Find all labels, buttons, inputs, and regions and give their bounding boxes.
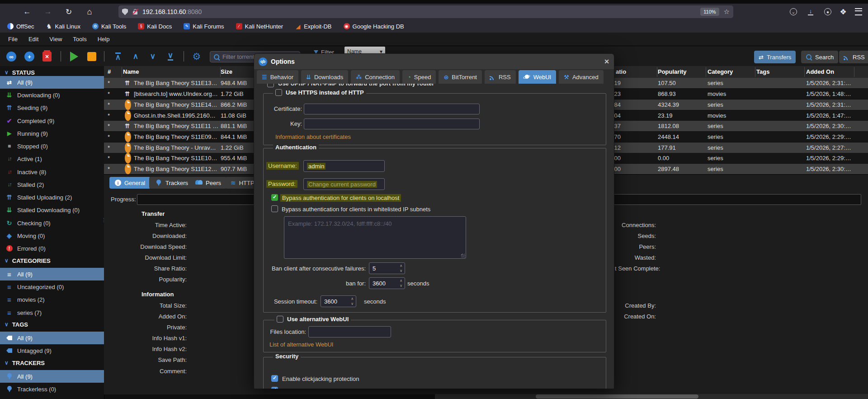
sidebar-item-categories-all[interactable]: ≡All (9)	[0, 268, 104, 280]
sidebar-item-active[interactable]: ↓↑Active (1)	[0, 152, 104, 165]
menu-view[interactable]: View	[45, 34, 66, 44]
bookmark-kali-nethunter[interactable]: ∕Kali NetHunter	[236, 23, 283, 30]
add-torrent-link-button[interactable]: ∞	[5, 51, 17, 62]
spinner-arrows-icon[interactable]: ∧∨	[400, 263, 402, 273]
sidebar-item-tags-all[interactable]: All (9)	[0, 332, 104, 344]
bookmark-kali-docs[interactable]: §Kali Docs	[138, 23, 172, 30]
tags-section-header[interactable]: ∨TAGS	[0, 319, 104, 330]
start-button[interactable]	[68, 51, 80, 62]
move-up-button[interactable]: ∧	[130, 51, 142, 62]
spinner-arrows-icon[interactable]: ∧∨	[351, 296, 354, 306]
sidebar-item-stalled[interactable]: ↓↑Stalled (2)	[0, 178, 104, 191]
menu-edit[interactable]: Edit	[24, 34, 43, 44]
stop-button[interactable]	[86, 51, 98, 62]
move-top-button[interactable]: ∧	[112, 51, 124, 62]
delete-torrent-button[interactable]: ✕	[41, 51, 53, 62]
bookmark-kali-forums[interactable]: ✎Kali Forums	[184, 23, 224, 30]
trackers-section-header[interactable]: ∨TRACKERS	[0, 357, 104, 368]
tab-connection[interactable]: ⁂Connection	[351, 70, 400, 84]
sidebar-item-stalled-uploading[interactable]: ⇈Stalled Uploading (2)	[0, 191, 104, 204]
downloads-icon[interactable]: ↓	[804, 5, 817, 19]
url-bar[interactable]: 192.168.110.60:8080 110% ☆	[118, 5, 733, 18]
sidebar-item-trackerless[interactable]: Trackerless (0)	[0, 383, 104, 395]
files-location-input[interactable]	[308, 326, 391, 337]
partial-checkbox[interactable]	[271, 387, 278, 389]
ban-count-spinner[interactable]: 5∧∨	[369, 262, 405, 274]
sidebar-item-downloading[interactable]: ⇊Downloading (0)	[0, 89, 104, 101]
alt-webui-checkbox[interactable]	[277, 316, 283, 323]
bookmark-google-hacking-db[interactable]: ◉Google Hacking DB	[344, 23, 404, 30]
subnet-whitelist-textarea[interactable]: Example: 172.17.32.0/24, fdff:ffff:c8::/…	[284, 216, 466, 259]
tab-advanced[interactable]: ⚒Advanced	[559, 70, 603, 84]
sidebar-item-seeding[interactable]: ⇈Seeding (9)	[0, 101, 104, 114]
tab-webui[interactable]: WebUI	[519, 70, 557, 84]
bookmark-kali-tools[interactable]: ⚙Kali Tools	[92, 23, 126, 30]
view-rss-button[interactable]: RSS	[839, 51, 868, 63]
tab-behavior[interactable]: ☰Behavior	[257, 70, 298, 84]
tab-downloads[interactable]: ⇊Downloads	[301, 70, 348, 84]
tab-trackers[interactable]: Trackers	[149, 177, 193, 189]
tab-peers[interactable]: Peers	[190, 177, 226, 189]
menu-hamburger-icon[interactable]	[852, 5, 865, 19]
session-timeout-spinner[interactable]: 3600∧∨	[321, 295, 356, 307]
sidebar-item-errored[interactable]: !Errored (0)	[0, 242, 104, 255]
sidebar-item-uncategorized[interactable]: ≡Uncategorized (0)	[0, 280, 104, 293]
col-num[interactable]: #	[108, 66, 111, 78]
certificates-info-link[interactable]: Information about certificates	[275, 133, 351, 140]
username-input[interactable]: admin	[303, 160, 385, 172]
sidebar-item-completed[interactable]: ✔Completed (9)	[0, 114, 104, 127]
sidebar-item-trackers-all[interactable]: All (9)	[0, 370, 104, 383]
key-input[interactable]	[304, 119, 480, 129]
col-name[interactable]: Name	[123, 66, 139, 78]
ban-duration-spinner[interactable]: 3600∧∨	[369, 277, 405, 289]
sidebar-item-stalled-downloading[interactable]: ⇊Stalled Downloading (0)	[0, 204, 104, 216]
tab-bittorrent[interactable]: ⊛BitTorrent	[439, 70, 482, 84]
upnp-checkbox[interactable]	[267, 84, 274, 87]
col-ratio[interactable]: atio	[616, 66, 626, 78]
spinner-arrows-icon[interactable]: ∧∨	[400, 278, 402, 288]
sidebar-item-untagged[interactable]: Untagged (9)	[0, 344, 104, 357]
add-torrent-file-button[interactable]: +	[24, 51, 35, 62]
bookmark-offsec[interactable]: OffSec	[7, 23, 34, 30]
reload-button[interactable]: ↻	[62, 5, 75, 19]
account-icon[interactable]: ●	[821, 5, 835, 19]
categories-section-header[interactable]: ∨CATEGORIES	[0, 255, 104, 266]
alt-webui-list-link[interactable]: List of alternative WebUI	[269, 341, 333, 348]
close-icon[interactable]: ✕	[604, 58, 609, 65]
password-input[interactable]: Change current password	[303, 178, 385, 190]
pocket-icon[interactable]: ⌄	[787, 5, 800, 19]
sidebar-item-category-series[interactable]: ≡series (7)	[0, 306, 104, 319]
bookmark-exploit-db[interactable]: ◢Exploit-DB	[295, 23, 331, 30]
bypass-localhost-checkbox[interactable]	[271, 194, 278, 201]
col-popularity[interactable]: Popularity	[658, 66, 687, 78]
shield-icon[interactable]	[122, 9, 128, 15]
menu-file[interactable]: File	[4, 34, 22, 44]
bypass-subnet-checkbox[interactable]	[271, 205, 278, 212]
sidebar-item-stopped[interactable]: ■Stopped (0)	[0, 140, 104, 152]
back-button[interactable]: ←	[20, 5, 34, 19]
col-tags[interactable]: Tags	[756, 66, 769, 78]
https-checkbox[interactable]	[275, 89, 282, 96]
move-down-button[interactable]: ∨	[147, 51, 159, 62]
home-button[interactable]: ⌂	[83, 5, 96, 19]
clickjacking-checkbox[interactable]	[271, 375, 278, 382]
bookmark-kali-linux[interactable]: ♞Kali Linux	[46, 23, 80, 30]
settings-button[interactable]: ⚙	[191, 51, 203, 62]
menu-tools[interactable]: Tools	[68, 34, 91, 44]
view-search-button[interactable]: Search	[801, 51, 838, 63]
sidebar-item-status-all[interactable]: ⇄All (9)	[0, 76, 104, 89]
view-transfers-button[interactable]: ⇄Transfers	[754, 51, 796, 63]
insecure-lock-icon[interactable]	[132, 9, 138, 15]
col-added-on[interactable]: Added On	[806, 66, 834, 78]
extensions-puzzle-icon[interactable]: ❖	[836, 5, 850, 19]
sidebar-item-inactive[interactable]: ↓↑Inactive (8)	[0, 166, 104, 178]
sidebar-item-checking[interactable]: ↻Checking (0)	[0, 217, 104, 229]
scrollbar-thumb[interactable]	[536, 394, 698, 399]
forward-button[interactable]: →	[41, 5, 55, 19]
tab-general[interactable]: iGeneral	[109, 177, 151, 189]
sidebar-item-category-movies[interactable]: ≡movies (2)	[0, 293, 104, 306]
certificate-input[interactable]	[304, 104, 480, 114]
move-bottom-button[interactable]: ∨	[165, 51, 176, 62]
col-category[interactable]: Category	[708, 66, 733, 78]
resize-grip-icon[interactable]	[461, 254, 465, 258]
